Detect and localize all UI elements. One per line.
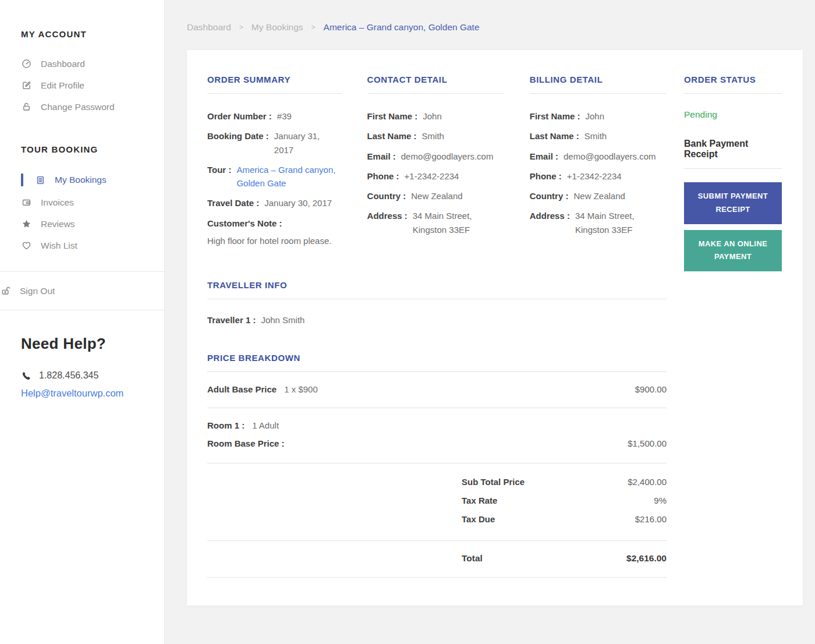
field-value: 34 Main Street, Kingston 33EF <box>575 209 635 236</box>
sidebar-heading-my-account: MY ACCOUNT <box>21 29 153 39</box>
sidebar-item-edit-profile[interactable]: Edit Profile <box>21 75 153 96</box>
make-online-payment-button[interactable]: MAKE AN ONLINE PAYMENT <box>684 230 782 272</box>
main-area: Dashboard > My Bookings > America – Gran… <box>165 0 815 644</box>
price-label: Room 1 : <box>207 420 245 430</box>
bookings-icon <box>35 175 46 186</box>
field-value: John <box>585 109 604 123</box>
field-label: Traveller 1 : <box>207 315 256 325</box>
order-status-section: ORDER STATUS Pending Bank Payment Receip… <box>684 75 782 271</box>
detail-row-phone: Phone : +1-2342-2234 <box>530 169 667 183</box>
booking-nav: My Bookings Invoices <box>21 168 153 256</box>
field-value: January 30, 2017 <box>264 196 332 210</box>
price-row-adult-base: Adult Base Price 1 x $900 $900.00 <box>207 372 667 408</box>
field-label: Email : <box>367 150 396 163</box>
sidebar-item-label: Change Password <box>41 102 115 112</box>
detail-row-last-name: Last Name : Smith <box>530 129 667 143</box>
summary-row-tax-due: Tax Due $216.00 <box>462 514 667 524</box>
sidebar-item-sign-out[interactable]: Sign Out <box>0 280 164 302</box>
contact-detail-title: CONTACT DETAIL <box>367 75 504 84</box>
chevron-right-icon: > <box>239 23 243 31</box>
price-row-room: Room 1 : 1 Adult <box>207 420 667 430</box>
detail-row-country: Country : New Zealand <box>530 189 667 203</box>
star-icon <box>21 218 32 229</box>
detail-row-country: Country : New Zealand <box>367 189 504 203</box>
field-label: Tour : <box>207 163 231 176</box>
field-label: Last Name : <box>367 129 417 143</box>
tour-link-line: Golden Gate <box>236 176 335 190</box>
unlock-icon <box>0 285 11 296</box>
tour-link[interactable]: America – Grand canyon, Golden Gate <box>236 163 335 190</box>
section-divider <box>530 93 667 94</box>
field-value: demo@goodlayers.com <box>401 150 494 163</box>
section-divider <box>367 93 504 94</box>
chevron-right-icon: > <box>311 23 316 31</box>
field-value: John <box>423 109 442 123</box>
tour-link-line: America – Grand canyon, <box>236 163 335 176</box>
field-label: Address : <box>530 209 570 222</box>
sidebar-item-invoices[interactable]: Invoices <box>21 192 153 213</box>
submit-payment-receipt-button[interactable]: SUBMIT PAYMENT RECEIPT <box>684 182 782 224</box>
lock-icon <box>21 101 32 112</box>
breadcrumb: Dashboard > My Bookings > America – Gran… <box>187 22 803 33</box>
address-line: 34 Main Street, <box>413 209 472 222</box>
sidebar-item-label: Wish List <box>41 240 77 251</box>
field-value: New Zealand <box>411 189 462 203</box>
need-help-block: Need Help? 1.828.456.345 Help@traveltour… <box>0 335 164 399</box>
section-divider <box>684 93 782 94</box>
section-divider <box>207 299 667 299</box>
address-line: Kingston 33EF <box>575 223 635 236</box>
sidebar-divider <box>0 310 164 310</box>
field-label: Country : <box>367 189 406 203</box>
sidebar-item-wish-list[interactable]: Wish List <box>21 235 153 256</box>
detail-row-order-number: Order Number : #39 <box>207 109 342 123</box>
detail-row-customer-note: Customer's Note : High floor for hotel r… <box>207 217 342 248</box>
price-qty: 1 Adult <box>252 420 279 430</box>
summary-block: Sub Total Price $2,400.00 Tax Rate 9% Ta… <box>462 463 667 540</box>
order-summary-body: Order Number : #39 Booking Date : Januar… <box>207 109 342 247</box>
signout-row: Sign Out <box>0 272 164 310</box>
help-phone-number: 1.828.456.345 <box>39 370 98 381</box>
help-email-link[interactable]: Help@traveltourwp.com <box>21 388 123 399</box>
sidebar-item-label: Sign Out <box>20 286 55 296</box>
sidebar-item-reviews[interactable]: Reviews <box>21 213 153 235</box>
field-label: First Name : <box>530 109 580 123</box>
room-block: Room 1 : 1 Adult Room Base Price : $1,50… <box>207 408 667 463</box>
need-help-heading: Need Help? <box>21 335 153 353</box>
sidebar-item-my-bookings[interactable]: My Bookings <box>21 168 153 192</box>
price-label: Tax Rate <box>462 496 497 505</box>
detail-row-travel-date: Travel Date : January 30, 2017 <box>207 196 342 210</box>
detail-row-email: Email : demo@goodlayers.com <box>530 150 667 163</box>
field-value: +1-2342-2234 <box>567 169 622 183</box>
sidebar-item-dashboard[interactable]: Dashboard <box>21 53 153 75</box>
price-qty: 1 x $900 <box>284 384 318 394</box>
price-label: Total <box>462 553 483 564</box>
field-label: First Name : <box>367 109 418 123</box>
account-nav: Dashboard Edit Profile <box>21 53 153 118</box>
address-line: Kingston 33EF <box>413 223 472 236</box>
detail-row-address: Address : 34 Main Street, Kingston 33EF <box>367 209 504 236</box>
order-summary-title: ORDER SUMMARY <box>207 75 342 84</box>
breadcrumb-item-dashboard[interactable]: Dashboard <box>187 22 231 33</box>
field-label: Order Number : <box>207 109 272 123</box>
sidebar-content: MY ACCOUNT Dashboard <box>0 29 164 256</box>
traveller-row: Traveller 1 : John Smith <box>207 315 667 325</box>
detail-row-phone: Phone : +1-2342-2234 <box>367 169 504 183</box>
detail-row-tour: Tour : America – Grand canyon, Golden Ga… <box>207 163 342 190</box>
field-value: Smith <box>422 129 444 143</box>
billing-detail-body: First Name : John Last Name : Smith Emai… <box>530 109 667 236</box>
total-block: Total $2,616.00 <box>462 541 667 577</box>
detail-row-first-name: First Name : John <box>367 109 504 123</box>
address-line: 34 Main Street, <box>575 209 635 222</box>
breadcrumb-item-my-bookings[interactable]: My Bookings <box>251 22 303 33</box>
sidebar-item-label: My Bookings <box>55 175 107 185</box>
traveller-info-section: TRAVELLER INFO Traveller 1 : John Smith <box>207 280 667 325</box>
field-value: Smith <box>584 129 607 143</box>
price-row-room-base: Room Base Price : $1,500.00 <box>207 438 667 448</box>
price-label: Room Base Price : <box>207 438 285 448</box>
field-value: +1-2342-2234 <box>405 169 459 183</box>
contact-detail-body: First Name : John Last Name : Smith Emai… <box>367 109 504 236</box>
sidebar-item-change-password[interactable]: Change Password <box>21 96 153 118</box>
detail-row-address: Address : 34 Main Street, Kingston 33EF <box>530 209 667 236</box>
sidebar-item-label: Dashboard <box>41 59 85 69</box>
price-breakdown-section: PRICE BREAKDOWN Adult Base Price 1 x $90… <box>207 353 667 578</box>
